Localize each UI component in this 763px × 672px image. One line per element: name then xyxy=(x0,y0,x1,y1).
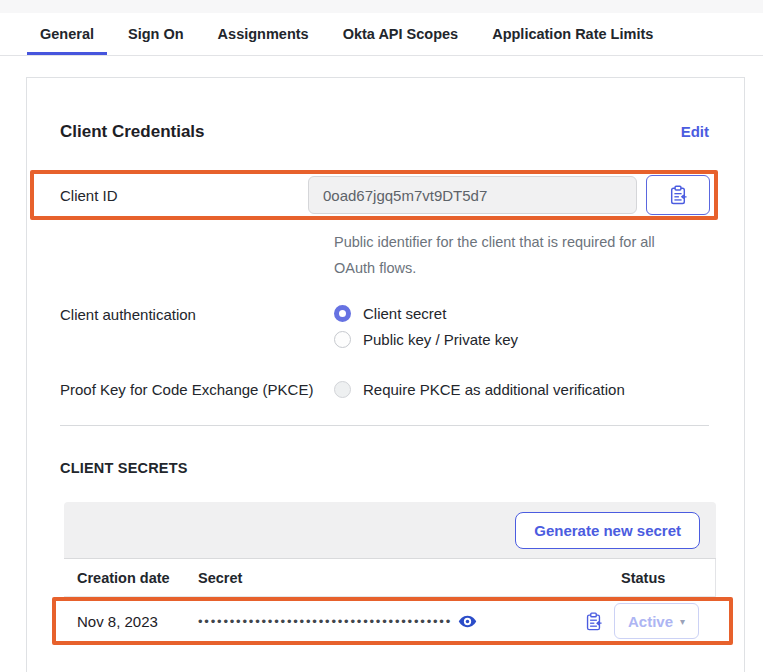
copy-secret-button[interactable] xyxy=(585,612,602,631)
client-authentication-label: Client authentication xyxy=(60,305,334,348)
radio-client-secret[interactable]: Client secret xyxy=(334,305,518,322)
copy-client-id-button[interactable] xyxy=(646,175,710,215)
status-dropdown-button[interactable]: Active ▾ xyxy=(614,603,699,639)
page-top-strip xyxy=(0,0,763,13)
clipboard-copy-icon xyxy=(585,612,602,631)
section-title: Client Credentials xyxy=(60,122,205,142)
checkbox-unchecked-icon[interactable] xyxy=(334,381,351,398)
client-id-help-text: Public identifier for the client that is… xyxy=(334,229,666,281)
tab-general[interactable]: General xyxy=(27,13,107,55)
column-header-secret: Secret xyxy=(198,570,621,586)
pkce-checkbox-option[interactable]: Require PKCE as additional verification xyxy=(334,380,625,398)
eye-icon xyxy=(458,612,477,631)
pkce-label: Proof Key for Code Exchange (PKCE) xyxy=(60,380,334,398)
tab-assignments[interactable]: Assignments xyxy=(205,13,322,55)
app-tab-bar: General Sign On Assignments Okta API Sco… xyxy=(0,13,763,56)
secret-row-highlight-box: Nov 8, 2023 ••••••••••••••••••••••••••••… xyxy=(52,597,733,645)
column-header-creation-date: Creation date xyxy=(77,570,198,586)
tab-application-rate-limits[interactable]: Application Rate Limits xyxy=(479,13,666,55)
radio-public-private-key-label: Public key / Private key xyxy=(363,331,518,348)
tab-okta-api-scopes[interactable]: Okta API Scopes xyxy=(330,13,472,55)
table-header-row: Creation date Secret Status xyxy=(64,559,716,597)
radio-unselected-icon[interactable] xyxy=(334,331,351,348)
client-secrets-table: Generate new secret Creation date Secret… xyxy=(64,502,716,645)
pkce-option-label: Require PKCE as additional verification xyxy=(363,381,625,398)
client-authentication-options: Client secret Public key / Private key xyxy=(334,305,518,348)
edit-link[interactable]: Edit xyxy=(681,123,709,140)
generate-new-secret-button[interactable]: Generate new secret xyxy=(515,512,700,549)
client-id-input[interactable] xyxy=(308,176,637,214)
tab-sign-on[interactable]: Sign On xyxy=(115,13,197,55)
column-header-status: Status xyxy=(621,570,715,586)
client-id-highlight-box: Client ID xyxy=(30,170,718,220)
table-toolbar: Generate new secret xyxy=(64,502,716,559)
general-settings-card: Client Credentials Edit Client ID Public… xyxy=(26,77,745,672)
section-divider xyxy=(60,425,709,426)
secret-cell: •••••••••••••••••••••••••••••••••••••••• xyxy=(198,612,551,631)
status-badge: Active xyxy=(628,613,673,630)
pkce-row: Proof Key for Code Exchange (PKCE) Requi… xyxy=(60,380,709,398)
client-secrets-title: CLIENT SECRETS xyxy=(60,460,709,476)
client-credentials-header: Client Credentials Edit xyxy=(60,122,709,142)
radio-selected-icon[interactable] xyxy=(334,305,351,322)
client-id-label: Client ID xyxy=(60,187,308,204)
clipboard-copy-icon xyxy=(669,185,687,205)
secret-creation-date: Nov 8, 2023 xyxy=(77,613,198,630)
chevron-down-icon: ▾ xyxy=(680,616,685,627)
reveal-secret-button[interactable] xyxy=(458,612,477,631)
masked-secret-value: •••••••••••••••••••••••••••••••••••••••• xyxy=(198,614,452,629)
client-authentication-row: Client authentication Client secret Publ… xyxy=(60,305,709,348)
radio-client-secret-label: Client secret xyxy=(363,305,446,322)
radio-public-private-key[interactable]: Public key / Private key xyxy=(334,331,518,348)
